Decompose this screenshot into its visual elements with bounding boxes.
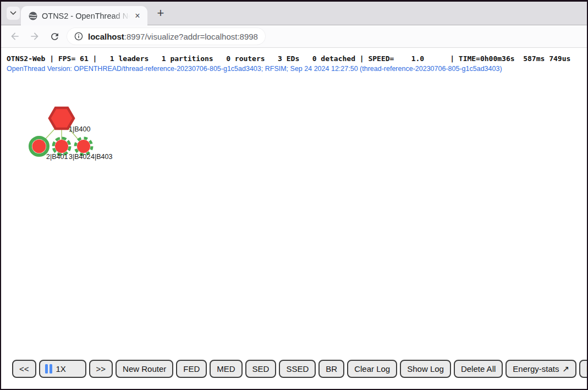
url-text: localhost:8997/visualize?addr=localhost:… <box>88 32 258 41</box>
sed-button[interactable]: SED <box>245 360 277 378</box>
fed-button[interactable]: FED <box>176 360 207 378</box>
node-label-leader: 1|B400 <box>69 125 90 133</box>
delete-all-button[interactable]: Delete All <box>454 360 503 378</box>
external-link-icon: ↗ <box>563 364 570 374</box>
node-stats-label: Node-stats <box>586 364 587 373</box>
address-bar[interactable]: localhost:8997/visualize?addr=localhost:… <box>67 28 265 45</box>
node-stats-button[interactable]: Node-stats ↗ <box>579 360 587 378</box>
node-label-child3: 3|B402 <box>69 153 90 161</box>
pause-icon <box>45 364 52 373</box>
tab-bar: OTNS2 - OpenThread Ne × + <box>1 2 587 25</box>
page-content: OTNS2-Web | FPS= 61 | 1 leaders 1 partit… <box>1 48 587 389</box>
tab-search-button[interactable] <box>7 7 20 20</box>
tab-title: OTNS2 - OpenThread Ne <box>42 12 130 20</box>
speed-down-button[interactable]: << <box>12 360 36 378</box>
network-topology: 1|B400 2|B401 3|B402 4|B403 <box>1 48 166 180</box>
chevron-down-icon <box>10 11 17 15</box>
child-node-icon[interactable] <box>32 140 46 153</box>
back-arrow-icon <box>9 31 20 42</box>
browser-window: OTNS2 - OpenThread Ne × + <box>1 2 587 389</box>
pause-speed-button[interactable]: 1X <box>39 360 86 378</box>
node-child-3[interactable] <box>53 138 70 155</box>
forward-button[interactable] <box>26 28 43 45</box>
show-log-button[interactable]: Show Log <box>400 360 451 378</box>
back-button[interactable] <box>7 28 23 45</box>
navigation-bar: localhost:8997/visualize?addr=localhost:… <box>1 25 587 48</box>
node-label-child4: 4|B403 <box>91 153 112 161</box>
tab-close-icon[interactable]: × <box>132 10 143 21</box>
child-node-icon[interactable] <box>77 140 90 153</box>
node-label-child2: 2|B401 <box>46 153 68 161</box>
new-tab-button[interactable]: + <box>153 6 168 21</box>
child-node-icon[interactable] <box>55 140 68 153</box>
url-path: :8997/visualize?addr=localhost:8998 <box>124 32 258 41</box>
energy-stats-button[interactable]: Energy-stats ↗ <box>505 360 576 378</box>
globe-favicon-icon <box>29 12 37 20</box>
reload-button[interactable] <box>46 28 63 45</box>
simulator-toolbar: << 1X >> New Router FED MED SED SSED BR … <box>12 360 587 378</box>
energy-stats-label: Energy-stats <box>513 364 559 373</box>
clear-log-button[interactable]: Clear Log <box>347 360 397 378</box>
reload-icon <box>50 31 60 42</box>
br-button[interactable]: BR <box>318 360 344 378</box>
node-child-4[interactable] <box>75 138 92 155</box>
url-host: localhost <box>88 32 124 41</box>
tab-otns2[interactable]: OTNS2 - OpenThread Ne × <box>21 6 147 25</box>
node-child-2[interactable] <box>30 138 48 155</box>
speed-label: 1X <box>56 364 66 373</box>
forward-arrow-icon <box>29 31 40 42</box>
page-info-icon[interactable] <box>74 32 83 41</box>
new-router-button[interactable]: New Router <box>116 360 173 378</box>
speed-up-button[interactable]: >> <box>89 360 113 378</box>
med-button[interactable]: MED <box>210 360 242 378</box>
ssed-button[interactable]: SSED <box>279 360 316 378</box>
